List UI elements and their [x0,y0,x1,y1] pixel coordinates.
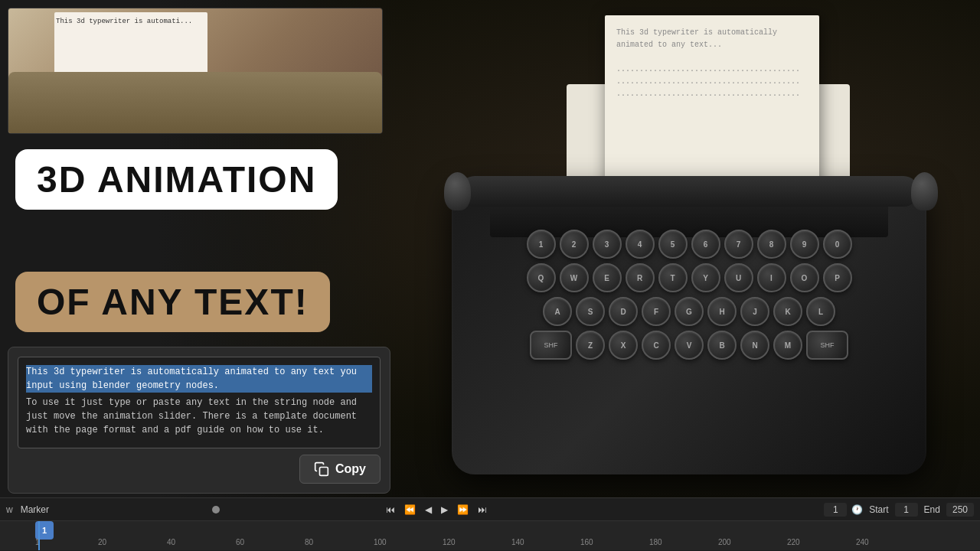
typewriter-scene: This 3d typewriter is automatically anim… [413,15,965,482]
title-card-2: OF ANY TEXT! [15,272,330,332]
key: SHF [530,331,572,360]
ruler-mark: 100 [374,538,387,546]
key: 8 [757,230,786,259]
key: U [724,263,753,292]
key: I [757,263,786,292]
preview-inner: This 3d typewriter is automati... [8,8,382,133]
key-row-4: SHF Z X C V B N M SHF [475,331,903,360]
jump-start-button[interactable]: ⏮ [383,503,398,517]
viewport: This 3d typewriter is automatically anim… [0,0,980,497]
ruler-mark: 220 [787,538,800,546]
ruler-mark: 80 [305,538,313,546]
key: 1 [527,230,556,259]
key: Y [691,263,720,292]
paper-text: This 3d typewriter is automatically anim… [616,27,808,100]
key: V [675,331,704,360]
end-label: End [924,504,940,515]
ruler-mark: 200 [718,538,731,546]
key: W [560,263,589,292]
title-1-text: 3D ANIMATION [37,159,316,200]
timeline-cursor[interactable] [38,521,40,550]
key: 9 [790,230,819,259]
key: A [543,297,572,326]
key: N [740,331,769,360]
timeline-controls-row: w Marker ⏮ ⏪ ◀ ▶ ⏩ ⏭ 1 🕐 Start 1 End 250 [0,498,980,521]
key: P [823,263,852,292]
ruler-mark: 160 [580,538,593,546]
title-card-1: 3D ANIMATION [15,149,338,210]
preview-text: This 3d typewriter is automati... [56,18,201,25]
rewind-button[interactable]: ◀ [422,503,435,517]
timeline-w-label: w [6,504,13,515]
ruler-mark: 20 [98,538,106,546]
editor-content[interactable]: This 3d typewriter is automatically anim… [18,357,381,448]
key: L [806,297,835,326]
keyboard-keys: 1 2 3 4 5 6 7 8 9 0 Q W E R T Y U I O [475,230,903,360]
key: O [790,263,819,292]
ruler-mark: 40 [167,538,175,546]
ruler-container: 1 1 20 40 60 80 100 120 140 160 180 200 … [6,521,974,550]
preview-body [8,72,382,133]
start-frame-display[interactable]: 1 [895,503,918,517]
editor-line-1: This 3d typewriter is automatically anim… [26,365,372,393]
current-frame-display[interactable]: 1 [824,503,847,517]
key: H [707,297,737,326]
copy-button-container: Copy [18,455,381,484]
timeline-ruler[interactable]: 1 1 20 40 60 80 100 120 140 160 180 200 … [0,521,980,550]
key: 2 [560,230,589,259]
key: S [576,297,605,326]
key: 5 [658,230,688,259]
copy-button-label: Copy [335,462,366,476]
svg-rect-0 [320,468,328,476]
timeline-center-dot [212,506,220,514]
key: 6 [691,230,720,259]
ruler-mark: 180 [649,538,662,546]
platen-knob-right [911,172,938,210]
rewind-fast-button[interactable]: ⏪ [401,503,419,517]
key: K [773,297,802,326]
play-button[interactable]: ▶ [438,503,451,517]
editor-line-2: To use it just type or paste any text in… [26,396,372,437]
copy-icon [314,461,329,477]
key: J [740,297,769,326]
playback-controls: ⏮ ⏪ ◀ ▶ ⏩ ⏭ [383,503,490,517]
clock-icon: 🕐 [851,504,863,515]
timeline-end-controls: 🕐 Start 1 End 250 [851,503,974,517]
key: D [609,297,638,326]
platen-bar [459,176,919,207]
key: M [773,331,802,360]
fast-forward-button[interactable]: ⏩ [454,503,472,517]
key: E [593,263,622,292]
platen-knob-left [444,172,471,210]
ruler-mark: 240 [856,538,869,546]
key-row-2: Q W E R T Y U I O P [475,263,903,292]
ruler-mark: 120 [443,538,456,546]
key: G [675,297,704,326]
key: X [609,331,638,360]
key-row-3: A S D F G H J K L [475,297,903,326]
key: SHF [806,331,848,360]
ruler-mark: 140 [511,538,524,546]
start-label: Start [869,504,888,515]
key: Q [527,263,556,292]
key: 0 [823,230,852,259]
key: 4 [626,230,655,259]
key: 7 [724,230,753,259]
key: T [658,263,688,292]
key: Z [576,331,605,360]
key: R [626,263,655,292]
ruler-mark: 60 [236,538,244,546]
marker-label: Marker [21,504,49,515]
key: F [642,297,671,326]
timeline-bar: w Marker ⏮ ⏪ ◀ ▶ ⏩ ⏭ 1 🕐 Start 1 End 250 [0,497,980,551]
key: B [707,331,737,360]
key: C [642,331,671,360]
preview-thumbnail: This 3d typewriter is automati... [8,8,383,134]
key: 3 [593,230,622,259]
copy-button[interactable]: Copy [299,455,381,484]
title-2-text: OF ANY TEXT! [37,282,309,322]
text-editor-panel: This 3d typewriter is automatically anim… [8,347,390,494]
key-row-1: 1 2 3 4 5 6 7 8 9 0 [475,230,903,259]
end-frame-display[interactable]: 250 [946,503,974,517]
jump-end-button[interactable]: ⏭ [475,503,490,517]
